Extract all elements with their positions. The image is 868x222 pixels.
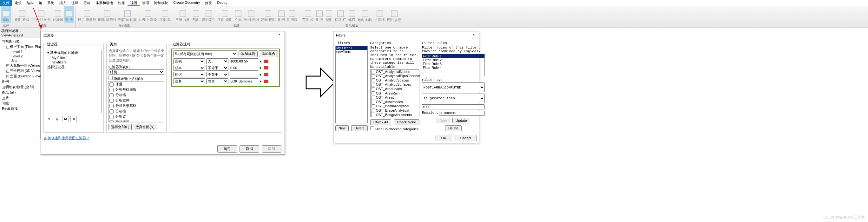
check-all-button[interactable]: Check All <box>370 119 391 125</box>
delete-rule-button[interactable]: Delete <box>445 125 462 131</box>
ribbon-btn[interactable]: 立面 <box>234 6 243 23</box>
ribbon-modify-button[interactable]: 修改 <box>1 6 11 23</box>
category-item[interactable]: OST_AreaLoads <box>371 87 419 91</box>
add-rule-button[interactable]: 添加规则 <box>239 51 258 57</box>
ribbon-btn[interactable]: 详图索引 <box>201 6 217 23</box>
tree-node[interactable]: -视图 (all) <box>1 39 40 44</box>
ribbon-btn[interactable]: 渲染 库 <box>158 6 172 23</box>
ok-button[interactable]: 确定 <box>217 145 237 153</box>
rule-item[interactable]: Filter Rule 1 <box>422 54 485 58</box>
tree-node[interactable]: +三维视图 (3D View) <box>1 68 40 73</box>
tree-node[interactable]: Revit 链接 <box>1 106 40 111</box>
rule-param-select[interactable]: 面积 <box>173 58 205 64</box>
tree-node[interactable]: 图例 <box>1 79 40 84</box>
category-item[interactable]: 分析楼层 <box>109 119 164 122</box>
categories-listbox[interactable]: 体量 分析基础底板 分析墙 分析支撑 分析条形基础 分析柱 分析梁 分析楼层 <box>108 81 164 122</box>
filter-tree-item[interactable]: newfilters <box>46 60 101 64</box>
ribbon-btn[interactable]: 三维 视图 <box>175 6 191 23</box>
rule-op-select[interactable]: 不等于 <box>206 65 228 71</box>
rule-value-input[interactable] <box>230 58 258 64</box>
category-item[interactable]: OST_BeamAnalytical <box>371 104 419 108</box>
select-all-button[interactable]: 选择全部(L) <box>108 124 132 130</box>
ribbon-btn[interactable]: 复制 视图 <box>260 6 277 23</box>
ribbon-btn[interactable]: 视图 <box>324 6 334 23</box>
rename-filter-icon[interactable]: AI <box>62 116 68 122</box>
ribbon-btn[interactable]: 范围 框 <box>301 6 315 23</box>
rule-param-select[interactable]: 注释 <box>173 78 205 84</box>
add-set-button[interactable]: 添加集合 <box>259 51 278 57</box>
rule-op-select[interactable]: 包含 <box>206 78 228 84</box>
ribbon-btn-thinlines[interactable]: 细 线 <box>64 6 74 23</box>
rule-item[interactable]: Filter Rule 3 <box>422 62 485 66</box>
menu-tab[interactable]: 管理 <box>140 0 152 6</box>
category-item[interactable]: 体量 <box>109 82 164 87</box>
delete-rule-icon[interactable] <box>264 73 269 76</box>
delete-rule-icon[interactable] <box>264 66 269 69</box>
cancel-button[interactable]: Cancel <box>455 135 477 141</box>
category-item[interactable]: OST_BraceAnalytical <box>371 108 419 113</box>
rule-op-select[interactable]: 不等于 <box>206 72 228 77</box>
filter-item[interactable]: newfilters <box>336 50 367 54</box>
ribbon-btn[interactable]: 在云中 渲染 <box>138 6 158 23</box>
apply-button[interactable]: 应用 <box>262 145 281 153</box>
menu-tab[interactable]: 分析 <box>81 0 93 6</box>
epsilon-input[interactable] <box>439 111 485 116</box>
new-rule-button[interactable]: New <box>437 118 450 123</box>
ok-button[interactable]: OK <box>436 135 452 141</box>
rule-item[interactable]: Filter Rule 2 <box>422 58 485 62</box>
rule-param-select[interactable]: 标记 <box>173 72 205 77</box>
delete-filter-button[interactable]: Delete <box>351 125 368 131</box>
hide-unchecked-checkbox[interactable]: Hide un-checked categories <box>370 126 420 131</box>
filter-tree-item[interactable]: My Filter 1 <box>46 56 101 60</box>
delete-rule-icon[interactable] <box>264 80 269 83</box>
menu-tab-file[interactable]: 文件 <box>0 0 12 6</box>
ribbon-btn[interactable]: 视图 参照 <box>386 6 403 23</box>
ribbon-btn[interactable]: 可见性/ 图形 <box>30 6 52 23</box>
ribbon-btn-filters[interactable]: 过滤器 <box>52 6 64 23</box>
rules-listbox[interactable]: Filter Rule 1Filter Rule 2Filter Rule 3F… <box>422 54 485 76</box>
category-item[interactable]: OST_AnalyticSpaces <box>371 78 419 83</box>
tree-node[interactable]: +立面 (Building Elevation <box>1 73 40 79</box>
category-item[interactable]: OST_Areas <box>371 95 419 100</box>
menu-tab[interactable]: 注释 <box>69 0 81 6</box>
ribbon-btn[interactable]: 图纸 <box>315 6 324 23</box>
tree-node[interactable]: -楼层平面 (Floor Plan) <box>1 44 40 50</box>
delete-filter-icon[interactable]: ✕ <box>70 116 77 122</box>
menu-tab[interactable]: Debug <box>214 0 230 6</box>
rule-param-select[interactable]: 成本 <box>173 65 205 71</box>
categories-listbox[interactable]: OST_AnalyticalNodesOST_AnalyticalPipeCon… <box>370 69 420 118</box>
menu-tab[interactable]: 系统 <box>45 0 57 6</box>
tree-node[interactable]: 图纸 (all) <box>1 90 40 95</box>
ribbon-btn[interactable]: 明细表 <box>286 6 299 23</box>
category-item[interactable]: 分析基础底板 <box>109 87 164 92</box>
rule-item[interactable]: Filter Rule 4 <box>422 66 485 69</box>
close-icon[interactable]: × <box>277 33 282 38</box>
category-item[interactable]: 分析墙 <box>109 92 164 98</box>
menu-tab[interactable]: 结构 <box>24 0 36 6</box>
category-item[interactable]: OST_Assemblies <box>371 100 419 104</box>
tree-node[interactable]: +组 <box>1 100 40 106</box>
menu-tab[interactable]: 协作 <box>116 0 127 6</box>
ribbon-btn[interactable]: 导向 轴网 <box>356 6 373 23</box>
filter-value-input[interactable] <box>422 104 485 109</box>
ribbon-btn[interactable]: 显示 隐藏线 <box>77 6 97 23</box>
menu-tab-view[interactable]: 视图 <box>127 0 140 6</box>
update-rule-button[interactable]: Update <box>453 118 470 123</box>
rule-logic-select[interactable]: 和(所有规则必须为 true) <box>173 51 237 57</box>
category-item[interactable]: OST_AnalyticalPipeConnect <box>371 74 419 78</box>
duplicate-filter-icon[interactable]: ⎘ <box>54 116 60 122</box>
filter-param-select[interactable]: HOST_AREA_COMPUTED <box>422 83 485 92</box>
new-filter-button[interactable]: New <box>335 125 349 131</box>
tree-node[interactable]: Level 2 <box>1 54 40 58</box>
category-item[interactable]: OST_AreaRein <box>371 91 419 96</box>
category-item[interactable]: 分析条形基础 <box>109 103 164 108</box>
project-browser-tree[interactable]: -视图 (all)-楼层平面 (Floor Plan)Level 1Level … <box>0 38 40 112</box>
filter-tree-branch[interactable]: 选择过滤器 <box>46 64 101 70</box>
ribbon-btn[interactable]: 平面 视图 <box>217 6 234 23</box>
category-item[interactable]: 分析柱 <box>109 108 164 114</box>
category-item[interactable]: OST_AnalyticalNodes <box>371 70 419 74</box>
menu-tab[interactable]: 体量和场地 <box>93 0 116 6</box>
ribbon-btn[interactable]: 标题 栏 <box>334 6 347 23</box>
rule-value-input[interactable] <box>230 78 258 84</box>
cancel-button[interactable]: 取消 <box>240 145 259 153</box>
